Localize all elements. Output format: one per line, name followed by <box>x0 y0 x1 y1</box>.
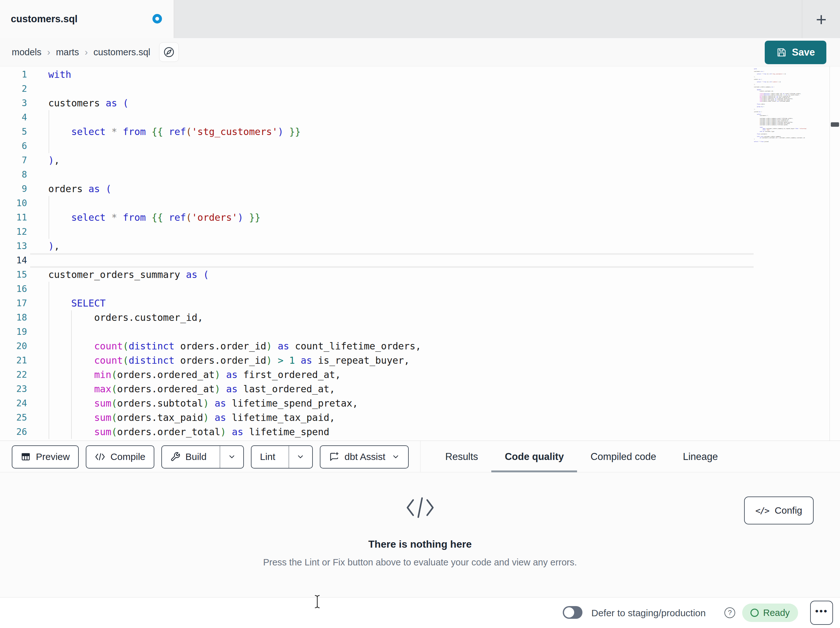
lint-button-group: Lint <box>251 445 313 468</box>
code-line[interactable]: 15customer_orders_summary as ( <box>0 267 840 282</box>
code-line[interactable]: 6 <box>0 139 840 153</box>
line-number: 23 <box>0 384 27 394</box>
ready-status-badge[interactable]: Ready <box>742 604 798 622</box>
compile-button[interactable]: Compile <box>86 445 154 468</box>
line-number: 22 <box>0 369 27 380</box>
editor-toolbar: Preview Compile <box>0 441 840 472</box>
chevron-right-icon: › <box>85 47 88 57</box>
config-label: Config <box>775 505 802 516</box>
line-number: 15 <box>0 269 27 280</box>
tab-results[interactable]: Results <box>432 441 491 472</box>
code-quality-panel: There is nothing here Press the Lint or … <box>0 472 840 597</box>
breadcrumb-file[interactable]: customers.sql <box>93 47 150 57</box>
text-cursor-icon <box>314 595 321 609</box>
empty-state: There is nothing here Press the Lint or … <box>0 495 840 568</box>
code-line[interactable]: 1with <box>0 67 840 82</box>
line-number: 20 <box>0 341 27 351</box>
panel-tabs: Results Code quality Compiled code Linea… <box>432 441 731 472</box>
file-lineage-button[interactable] <box>159 42 179 62</box>
code-line[interactable]: 9orders as ( <box>0 182 840 196</box>
line-number: 6 <box>0 141 27 151</box>
line-number: 7 <box>0 155 27 166</box>
config-button[interactable]: </> Config <box>744 497 814 524</box>
build-button[interactable]: Build <box>162 446 215 468</box>
code-line[interactable]: 18 orders.customer_id, <box>0 310 840 325</box>
tab-strip: customers.sql + <box>0 0 840 38</box>
chevron-down-icon <box>228 452 236 461</box>
code-line[interactable]: 19 <box>0 325 840 339</box>
code-line[interactable]: 8 <box>0 168 840 182</box>
code-line[interactable]: 13), <box>0 239 840 253</box>
help-icon[interactable]: ? <box>725 607 735 618</box>
code-line[interactable]: 20 count(distinct orders.order_id) as co… <box>0 339 840 353</box>
breadcrumb-marts[interactable]: marts <box>56 47 79 57</box>
code-editor[interactable]: 1with23customers as (45 select * from {{… <box>0 66 840 441</box>
toggle-knob <box>564 607 574 617</box>
line-number: 26 <box>0 427 27 437</box>
code-line[interactable]: 3customers as ( <box>0 96 840 110</box>
code-line[interactable]: 21 count(distinct orders.order_id) > 1 a… <box>0 353 840 367</box>
tab-lineage[interactable]: Lineage <box>669 441 731 472</box>
line-number: 5 <box>0 127 27 137</box>
empty-state-title: There is nothing here <box>0 538 840 550</box>
build-button-group: Build <box>161 445 244 468</box>
code-line[interactable]: 26 sum(orders.order_total) as lifetime_s… <box>0 425 840 439</box>
new-tab-button[interactable]: + <box>810 8 832 30</box>
wrench-icon <box>170 452 180 462</box>
chevron-down-icon <box>392 452 400 461</box>
line-number: 9 <box>0 183 27 194</box>
more-options-button[interactable]: ••• <box>810 601 833 625</box>
line-number: 14 <box>0 255 27 266</box>
tab-code-quality[interactable]: Code quality <box>491 441 577 472</box>
code-line[interactable]: 10 <box>0 196 840 210</box>
code-line[interactable]: 11 select * from {{ ref('orders') }} <box>0 210 840 225</box>
line-number: 4 <box>0 112 27 123</box>
code-line[interactable]: 25 sum(orders.tax_paid) as lifetime_tax_… <box>0 410 840 425</box>
code-line[interactable]: 2 <box>0 82 840 96</box>
code-line[interactable]: 17 SELECT <box>0 296 840 310</box>
ellipsis-icon: ••• <box>815 606 828 620</box>
plus-icon: + <box>816 9 827 30</box>
defer-label: Defer to staging/production <box>591 598 706 628</box>
code-line[interactable]: 14 <box>0 253 840 267</box>
line-number: 18 <box>0 312 27 323</box>
tab-compiled-code[interactable]: Compiled code <box>577 441 669 472</box>
table-grid-icon <box>21 452 31 462</box>
dbt-assist-button[interactable]: dbt Assist <box>320 445 409 468</box>
chevron-down-icon <box>296 452 305 461</box>
chevron-right-icon: › <box>47 47 51 57</box>
code-line[interactable]: 22 min(orders.ordered_at) as first_order… <box>0 367 840 382</box>
line-number: 12 <box>0 226 27 237</box>
empty-state-subtitle: Press the Lint or Fix button above to ev… <box>0 557 840 568</box>
chat-bubble-plus-icon <box>329 451 339 462</box>
preview-button[interactable]: Preview <box>12 445 79 468</box>
floppy-disk-icon <box>776 47 787 58</box>
tab-customers-sql[interactable]: customers.sql <box>0 0 174 38</box>
compile-label: Compile <box>111 451 145 462</box>
build-label: Build <box>185 451 207 462</box>
minimap[interactable]: with customers as ( select * from {{ ref… <box>754 68 827 142</box>
code-line[interactable]: 7), <box>0 153 840 168</box>
lint-button[interactable]: Lint <box>251 446 283 468</box>
lint-label: Lint <box>260 451 275 462</box>
save-button[interactable]: Save <box>765 41 826 64</box>
code-line[interactable]: 23 max(orders.ordered_at) as last_ordere… <box>0 382 840 396</box>
line-number: 21 <box>0 355 27 365</box>
line-number: 24 <box>0 398 27 408</box>
line-number: 11 <box>0 212 27 223</box>
code-line[interactable]: 5 select * from {{ ref('stg_customers') … <box>0 125 840 139</box>
lint-dropdown-button[interactable] <box>289 446 312 468</box>
line-number: 17 <box>0 298 27 308</box>
defer-toggle[interactable] <box>563 606 583 619</box>
status-circle-icon <box>750 609 759 617</box>
compass-icon <box>163 46 175 58</box>
status-bar: Defer to staging/production ? Ready ••• <box>0 597 840 628</box>
code-line[interactable]: 4 <box>0 110 840 125</box>
toolbar-buttons: Preview Compile <box>12 441 409 473</box>
code-line[interactable]: 24 sum(orders.subtotal) as lifetime_spen… <box>0 396 840 410</box>
line-number: 8 <box>0 169 27 180</box>
build-dropdown-button[interactable] <box>220 446 243 468</box>
breadcrumb-models[interactable]: models <box>12 47 42 57</box>
code-line[interactable]: 12 <box>0 225 840 239</box>
code-line[interactable]: 16 <box>0 282 840 296</box>
